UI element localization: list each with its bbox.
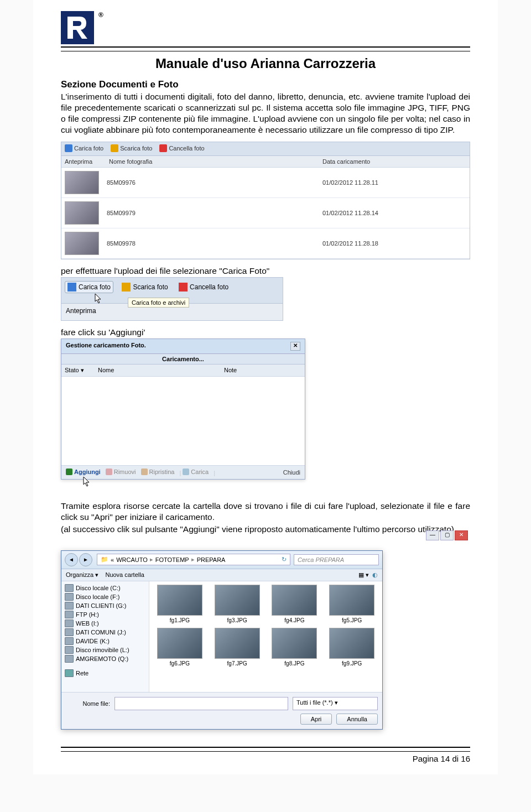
file-filter-select[interactable]: Tutti i file (*.*) ▾ — [293, 697, 378, 710]
photo-name: 85M09979 — [107, 210, 322, 216]
file-thumbnail — [272, 585, 317, 616]
drive-item[interactable]: DATI COMUNI (J:) — [64, 628, 147, 637]
remove-button[interactable]: Rimuovi — [106, 469, 136, 475]
file-thumbnail — [329, 628, 374, 659]
loading-label: Caricamento... — [61, 354, 305, 365]
forward-button[interactable]: ► — [79, 553, 92, 566]
col-name-header: Nome — [98, 367, 224, 374]
file-item[interactable]: fg4.JPG — [268, 585, 322, 623]
upload-photo-button[interactable]: Carica foto — [65, 144, 103, 152]
reset-icon — [141, 469, 148, 475]
photo-list-toolbar: Carica foto Scarica foto Cancella foto — [61, 142, 470, 156]
file-thumbnail — [215, 585, 260, 616]
maximize-icon[interactable]: ▢ — [440, 530, 454, 540]
cursor-icon — [83, 476, 91, 486]
delete-photo-button[interactable]: Cancella foto — [159, 144, 204, 152]
add-button[interactable]: Aggiungi — [66, 469, 101, 475]
refresh-icon[interactable]: ↻ — [282, 556, 287, 563]
back-button[interactable]: ◄ — [65, 553, 78, 566]
footer-rule-1 — [61, 747, 470, 748]
folder-icon: 📁 — [101, 556, 108, 563]
file-item[interactable]: fg6.JPG — [153, 628, 207, 667]
table-row[interactable]: 85M0997601/02/2012 11.28.11 — [61, 168, 470, 198]
document-title: Manuale d'uso Arianna Carrozzeria — [61, 56, 470, 71]
drive-icon — [65, 655, 74, 663]
header-rule-1 — [61, 46, 470, 48]
company-logo — [61, 11, 94, 44]
upload-icon — [67, 283, 76, 292]
drive-item[interactable]: Disco rimovibile (L:) — [64, 646, 147, 654]
help-icon[interactable]: ◐ — [372, 571, 378, 578]
drive-sidebar: Disco locale (C:)Disco locale (F:)DATI C… — [61, 581, 149, 692]
close-icon[interactable]: ✕ — [290, 342, 300, 351]
close-button[interactable]: Chiudi — [283, 469, 300, 476]
close-icon[interactable]: ✕ — [455, 530, 468, 540]
photo-list-panel: Carica foto Scarica foto Cancella foto A… — [61, 142, 470, 259]
file-item[interactable]: fg5.JPG — [325, 585, 379, 623]
photo-name: 85M09976 — [107, 179, 322, 186]
drive-icon — [65, 628, 74, 636]
file-thumbnail — [157, 585, 202, 616]
col-preview-header: Anteprima — [65, 158, 109, 165]
upload-icon — [183, 469, 189, 475]
drive-item[interactable]: Disco locale (C:) — [64, 584, 147, 592]
drive-item[interactable]: AMGREMOTO (Q:) — [64, 654, 147, 663]
drive-item[interactable]: DAVIDE (K:) — [64, 637, 147, 646]
header-rule-2 — [61, 51, 470, 51]
download-photo-button[interactable]: Scarica foto — [119, 282, 170, 293]
upload-photo-button[interactable]: Carica foto — [65, 281, 113, 293]
file-item[interactable]: fg3.JPG — [210, 585, 264, 623]
download-icon — [122, 283, 131, 292]
download-photo-button[interactable]: Scarica foto — [111, 144, 152, 152]
upload-queue-empty — [61, 377, 305, 465]
photo-date: 01/02/2012 11.28.14 — [322, 210, 466, 216]
file-item[interactable]: fg8.JPG — [268, 628, 322, 667]
photo-thumbnail — [65, 232, 99, 255]
file-item[interactable]: fg1.JPG — [153, 585, 207, 623]
table-row[interactable]: 85M0997801/02/2012 11.28.18 — [61, 228, 470, 259]
col-name-header: Nome fotografia — [109, 158, 322, 165]
file-item[interactable]: fg7.JPG — [210, 628, 264, 667]
drive-icon — [65, 593, 74, 601]
table-row[interactable]: 85M0997901/02/2012 11.28.14 — [61, 198, 470, 228]
drive-item[interactable]: FTP (H:) — [64, 610, 147, 619]
explorer-paragraph: Tramite esplora risorse cercate la carte… — [61, 501, 470, 523]
file-open-dialog: — ▢ ✕ ◄ ► 📁 « WRCAUTO▸ FOTOTEMP▸ PREPARA… — [61, 550, 383, 730]
delete-icon — [159, 144, 167, 152]
reset-button[interactable]: Ripristina — [141, 469, 175, 475]
file-thumbnail — [272, 628, 317, 659]
drive-item[interactable]: Disco locale (F:) — [64, 592, 147, 601]
dialog-title: Gestione caricamento Foto. — [66, 342, 146, 351]
drive-item[interactable]: WEB (I:) — [64, 619, 147, 628]
file-item[interactable]: fg9.JPG — [325, 628, 379, 667]
toolbar-hover-figure: Carica foto Scarica foto Cancella foto C… — [61, 277, 283, 321]
cancel-button[interactable]: Annulla — [336, 714, 378, 725]
tooltip: Carica foto e archivi — [128, 298, 189, 308]
upload-button[interactable]: Carica — [183, 469, 209, 475]
search-input[interactable]: Cerca PREPARA — [294, 554, 379, 565]
page-number: Pagina 14 di 16 — [61, 754, 470, 763]
col-state-header[interactable]: Stato ▾ — [65, 367, 98, 374]
photo-thumbnail — [65, 201, 99, 225]
file-thumbnail — [215, 628, 260, 659]
open-button[interactable]: Apri — [300, 714, 332, 725]
network-item[interactable]: Rete — [64, 669, 147, 678]
drive-icon — [65, 637, 74, 645]
cursor-icon — [95, 293, 103, 304]
delete-photo-button[interactable]: Cancella foto — [176, 282, 231, 293]
drive-item[interactable]: DATI CLIENTI (G:) — [64, 601, 147, 610]
upload-dialog: Gestione caricamento Foto. ✕ Caricamento… — [61, 339, 305, 480]
organize-button[interactable]: Organizza ▾ — [66, 571, 98, 578]
view-button[interactable]: ▦ ▾ — [358, 571, 369, 578]
new-folder-button[interactable]: Nuova cartella — [105, 571, 144, 578]
col-date-header: Data caricamento — [322, 158, 466, 165]
minimize-icon[interactable]: — — [426, 530, 439, 540]
drive-icon — [65, 584, 74, 592]
file-grid: fg1.JPGfg3.JPGfg4.JPGfg5.JPGfg6.JPGfg7.J… — [149, 581, 382, 692]
photo-date: 01/02/2012 11.28.11 — [322, 179, 466, 186]
breadcrumb[interactable]: 📁 « WRCAUTO▸ FOTOTEMP▸ PREPARA ↻ — [97, 554, 290, 565]
filename-input[interactable] — [114, 697, 288, 710]
explorer-paragraph-2: (al successivo clik sul pulsante "Aggiun… — [61, 524, 470, 535]
photo-date: 01/02/2012 11.28.18 — [322, 240, 466, 247]
drive-icon — [65, 611, 74, 618]
